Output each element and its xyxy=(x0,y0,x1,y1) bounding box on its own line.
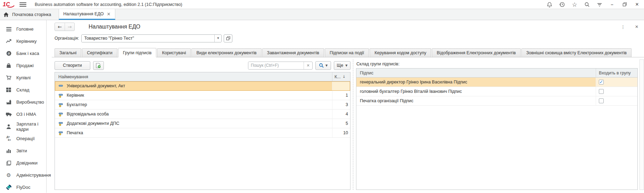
sidebar-item-zvity[interactable]: Звіти xyxy=(0,145,46,157)
table-row[interactable]: генеральний директор Грінко Ірина Василі… xyxy=(356,78,637,87)
page-tab-label: Налаштування ЕДО xyxy=(63,11,104,16)
create-new-folder-button[interactable] xyxy=(93,61,104,70)
tab-hrupy-pidpysiv[interactable]: Групи підписів xyxy=(118,48,157,57)
vertical-scrollbar[interactable] xyxy=(639,59,644,190)
organization-field-wrap: ▼ xyxy=(81,34,222,42)
table-header[interactable]: Підпис Входить в групу xyxy=(356,69,637,78)
sidebar-item-label: ОЗ і НМА xyxy=(16,112,36,117)
table-row[interactable]: Додаткові документи ДПС 5 xyxy=(55,119,350,128)
sidebar-item-operatsii[interactable]: ДтКт Операції xyxy=(0,132,46,145)
column-signature-header[interactable]: Підпис xyxy=(356,69,596,77)
table-row[interactable]: Керівник 1 xyxy=(55,91,350,100)
main-menu-icon[interactable] xyxy=(19,1,26,8)
signature-group-icon xyxy=(58,121,64,126)
sidebar-item-kupivli[interactable]: Купівлі xyxy=(0,72,46,84)
sidebar-item-kerivnyku[interactable]: Керівнику xyxy=(0,35,46,47)
column-name-header[interactable]: Найменування xyxy=(55,72,332,81)
notifications-bell-icon[interactable] xyxy=(543,0,556,9)
create-button[interactable]: Створити xyxy=(55,61,90,70)
panes-splitter[interactable] xyxy=(350,59,356,190)
sidebar-item-prodazhi[interactable]: Продажі xyxy=(0,59,46,72)
warehouse-grid-icon xyxy=(6,88,12,92)
column-in-group-header[interactable]: Входить в групу xyxy=(596,69,637,77)
sidebar-item-flydoc[interactable]: FlyDoc xyxy=(0,181,46,193)
tab-sertyfikaty[interactable]: Сертифікати xyxy=(82,48,117,57)
debit-credit-icon: ДтКт xyxy=(6,136,12,142)
tab-nalashtuvannya-edo[interactable]: Налаштування ЕДО ✕ xyxy=(59,9,115,20)
search-icon xyxy=(319,63,324,68)
group-composition-table: Підпис Входить в групу генеральний дирек… xyxy=(356,68,638,190)
search-options-button[interactable]: ▼ xyxy=(315,61,331,70)
table-row[interactable]: Відповідальна особа 4 xyxy=(55,110,350,119)
signature-groups-pane: Створити ✕ xyxy=(55,59,350,190)
signature-groups-table: Найменування К... ↓ Універсальний докуме… xyxy=(55,72,350,190)
search-input[interactable] xyxy=(248,62,304,69)
sidebar-item-administruvannya[interactable]: ⚙ Адміністрування xyxy=(0,169,46,181)
table-row[interactable]: головний бухгалтер Грінко Віталій Іванов… xyxy=(356,87,637,96)
tab-korystuvachi[interactable]: Користувачі xyxy=(157,48,191,57)
shopping-bag-icon xyxy=(6,63,12,68)
favorites-star-icon[interactable]: ☆ xyxy=(568,0,581,9)
organization-label: Організація: xyxy=(55,36,79,41)
back-arrow-icon[interactable]: ← xyxy=(55,23,65,31)
history-icon[interactable] xyxy=(556,0,568,9)
sidebar-item-label: Адміністрування xyxy=(16,172,51,178)
table-row[interactable]: Бухгалтер 3 xyxy=(55,100,350,110)
organization-dropdown-icon[interactable]: ▼ xyxy=(214,35,221,42)
signature-group-icon xyxy=(58,112,64,116)
form-close-icon[interactable]: ✕ xyxy=(635,24,638,29)
in-group-checkbox[interactable]: ✓ xyxy=(599,80,604,85)
sidebar-item-sklad[interactable]: Склад xyxy=(0,84,46,96)
search-clear-icon[interactable]: ✕ xyxy=(304,62,312,69)
column-count-header[interactable]: К... ↓ xyxy=(332,72,350,81)
global-search-icon[interactable] xyxy=(581,0,593,9)
more-actions-button[interactable]: Ще ▼ xyxy=(334,61,350,70)
person-icon xyxy=(6,124,12,129)
table-row[interactable]: Печатка 10 xyxy=(55,128,350,138)
close-window-icon[interactable]: ✕ xyxy=(631,0,643,9)
sidebar-item-oz-i-nma[interactable]: ОЗ і НМА xyxy=(0,108,46,120)
sort-desc-icon: ↓ xyxy=(342,74,346,79)
table-row[interactable]: Універсальний документ, Акт xyxy=(55,81,350,91)
page-title: Налаштування ЕДО xyxy=(89,24,140,30)
new-document-icon xyxy=(96,63,101,68)
all-functions-icon[interactable] xyxy=(593,0,606,9)
sidebar-item-zarplata-i-kadry[interactable]: Зарплата і кадри xyxy=(0,120,46,132)
tab-vidobrazhennya-elektronnykh-dokumentiv[interactable]: Відображення Електронних документів xyxy=(432,48,521,57)
sidebar-item-label: Склад xyxy=(16,87,30,93)
main-sidebar: Головне Керівнику ₴ Банк і каса Продажі … xyxy=(0,20,47,193)
forward-arrow-icon[interactable]: → xyxy=(65,23,74,31)
app-title: Business automation software for account… xyxy=(35,2,182,7)
home-icon xyxy=(3,12,9,17)
tab-zavantazhennya-dokumentiv[interactable]: Завантаження документів xyxy=(262,48,324,57)
in-group-checkbox[interactable]: ✓ xyxy=(599,89,604,94)
tab-zahalni[interactable]: Загальні xyxy=(55,48,81,57)
sidebar-item-dovidnyky[interactable]: Довідники xyxy=(0,157,46,169)
tab-close-icon[interactable]: ✕ xyxy=(107,12,111,16)
tab-zovnishni-skhovyshcha[interactable]: Зовнішні сховища вмісту Електронних доку… xyxy=(521,48,631,57)
signature-group-icon xyxy=(58,131,64,135)
home-tab[interactable]: Початкова сторінка xyxy=(0,9,59,20)
table-header[interactable]: Найменування К... ↓ xyxy=(55,72,350,81)
form-more-menu-icon[interactable]: ⋮ xyxy=(621,24,625,30)
sidebar-item-bank-i-kasa[interactable]: ₴ Банк і каса xyxy=(0,47,46,59)
in-group-checkbox[interactable]: ✓ xyxy=(599,98,604,103)
sidebar-item-holovne[interactable]: Головне xyxy=(0,23,46,35)
groups-toolbar: Створити ✕ xyxy=(55,59,350,71)
window-titlebar: 1С Business automation software for acco… xyxy=(0,0,644,9)
tab-keruvannya-kodom-dostupu[interactable]: Керування кодом доступу xyxy=(370,48,431,57)
organization-input[interactable] xyxy=(82,35,214,42)
1c-logo-icon: 1С xyxy=(3,1,15,8)
sidebar-item-label: Довідники xyxy=(16,160,38,166)
signature-group-icon xyxy=(58,93,64,98)
minimize-window-icon[interactable]: – xyxy=(606,0,618,9)
settings-tabs: Загальні Сертифікати Групи підписів Кори… xyxy=(52,48,644,57)
restore-window-icon[interactable] xyxy=(618,0,631,9)
sidebar-item-label: Звіти xyxy=(16,148,27,153)
sidebar-item-vyrobnytstvo[interactable]: Виробництво xyxy=(0,96,46,108)
factory-icon xyxy=(6,100,12,104)
organization-choose-button[interactable] xyxy=(224,34,232,42)
tab-pidpysky-na-podii[interactable]: Підписки на події xyxy=(325,48,369,57)
tab-vydy-elektronnykh-dokumentiv[interactable]: Види електронних документів xyxy=(191,48,261,57)
table-row[interactable]: Печатка організації Підпис ✓ xyxy=(356,96,637,106)
